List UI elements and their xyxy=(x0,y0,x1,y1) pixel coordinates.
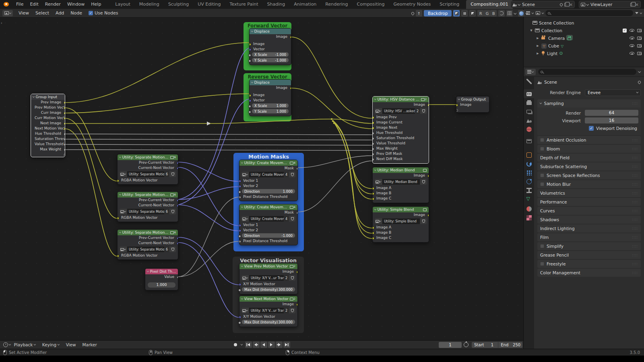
node-separate-motion-vector-2[interactable]: Utility: Separate Motion Vector 6 Prev-C… xyxy=(117,191,178,222)
output-socket[interactable] xyxy=(427,104,429,107)
collapsed-panel[interactable]: Motion Blur :::: xyxy=(537,180,641,188)
properties-tab[interactable] xyxy=(524,107,534,116)
input-socket[interactable] xyxy=(248,60,251,62)
timeline-menu-item[interactable]: View xyxy=(63,342,79,347)
panel-grip[interactable]: :::: xyxy=(632,183,638,186)
collapsed-panel[interactable]: Film :::: xyxy=(537,233,641,241)
render-samples-field[interactable]: 64 xyxy=(585,110,638,116)
output-socket[interactable] xyxy=(177,199,178,202)
output-socket[interactable] xyxy=(64,128,65,130)
hide-viewport-eye-icon[interactable] xyxy=(630,29,634,32)
node-displace-reverse[interactable]: Displace Image Image Vector X Scale1.000… xyxy=(249,79,291,116)
expander-icon[interactable] xyxy=(529,29,533,32)
backdrop-button[interactable]: Backdrop xyxy=(424,10,452,16)
properties-tab[interactable] xyxy=(524,168,534,177)
disable-render-camera-icon[interactable] xyxy=(637,29,642,32)
node-header[interactable]: Displace xyxy=(250,80,291,85)
workspace-tab[interactable]: Geometry Nodes xyxy=(389,0,435,9)
node-header[interactable]: Utility: Separate Motion Vector 6 xyxy=(118,154,178,160)
input-socket[interactable] xyxy=(248,111,251,113)
input-socket[interactable] xyxy=(373,192,374,195)
node-group-name[interactable]: Utility: X/Y V...ur Transform xyxy=(249,308,284,313)
channel-letter-button[interactable]: B xyxy=(490,10,497,16)
channel-color-alpha-button[interactable] xyxy=(453,10,460,16)
blender-logo-icon[interactable] xyxy=(3,2,10,7)
editor-type-button[interactable] xyxy=(2,10,13,16)
expander-icon[interactable] xyxy=(536,37,540,40)
input-socket[interactable] xyxy=(238,235,241,238)
close-icon[interactable]: × xyxy=(569,2,573,7)
input-socket[interactable] xyxy=(118,217,119,220)
duplicate-icon[interactable] xyxy=(564,3,568,6)
output-socket[interactable] xyxy=(177,242,178,245)
chevron-down-icon[interactable] xyxy=(514,12,517,14)
node-simple-blend[interactable]: Utility: Simple Blend Image Utility: Sim… xyxy=(372,206,429,243)
input-socket[interactable] xyxy=(373,187,374,190)
node-group-input[interactable]: Group Input Prev Image Prev Motion Vecto… xyxy=(31,94,65,157)
collapse-chevron-icon[interactable] xyxy=(251,30,253,32)
menu-item[interactable]: File xyxy=(13,0,27,9)
output-socket[interactable] xyxy=(64,143,65,146)
collapsed-panel[interactable]: Simplify :::: xyxy=(537,242,641,250)
user-count-button[interactable]: 2 xyxy=(284,275,289,281)
id-browse-button[interactable] xyxy=(242,172,249,177)
chevron-down-icon[interactable] xyxy=(541,12,543,14)
chevron-down-icon[interactable] xyxy=(640,12,642,14)
collapse-chevron-icon[interactable] xyxy=(241,206,243,208)
outliner-search-input[interactable] xyxy=(545,10,633,16)
direction-slider[interactable]: Direction-1.000 xyxy=(242,233,295,238)
input-socket[interactable] xyxy=(373,127,374,130)
outliner-row[interactable]: ▽ Light ▽ ⊙ ✓ xyxy=(524,49,644,57)
collapse-chevron-icon[interactable] xyxy=(374,98,376,100)
output-socket[interactable] xyxy=(177,167,178,170)
properties-tab[interactable] xyxy=(524,177,534,186)
timeline-menu-item[interactable]: Marker xyxy=(79,342,100,347)
hide-viewport-eye-icon[interactable] xyxy=(630,44,634,47)
selectability-checkbox[interactable]: ✓ xyxy=(623,29,627,33)
node-header[interactable]: Utility: Separate Motion Vector 6 xyxy=(118,192,178,197)
input-socket[interactable] xyxy=(250,48,251,51)
collapse-chevron-icon[interactable] xyxy=(241,162,243,164)
panel-grip[interactable]: :::: xyxy=(632,200,638,204)
properties-tab[interactable] xyxy=(524,159,534,168)
input-socket[interactable] xyxy=(239,229,241,232)
expander-icon[interactable] xyxy=(536,52,540,55)
properties-editor-type-button[interactable] xyxy=(525,69,536,75)
panel-grip[interactable]: :::: xyxy=(632,165,638,169)
collapsed-panel[interactable]: Volumetrics :::: xyxy=(537,189,641,197)
user-count-button[interactable]: 4 xyxy=(284,216,289,222)
output-socket[interactable] xyxy=(64,107,65,109)
direction-slider[interactable]: Direction1.000 xyxy=(242,189,295,193)
jump-to-start-button[interactable] xyxy=(245,341,252,348)
collapsed-panel[interactable]: Curves :::: xyxy=(537,207,641,215)
id-browse-button[interactable] xyxy=(120,171,127,177)
node-view-prev-motion-vector[interactable]: View Prev Motion Vector 2 Image Utility:… xyxy=(239,263,298,294)
node-median-blend[interactable]: Utility: Median Blend Image Utility: Med… xyxy=(372,167,429,203)
filter-funnel-icon[interactable] xyxy=(635,12,638,14)
node-header[interactable]: Group Input xyxy=(31,94,65,100)
collapsed-panel[interactable]: Ambient Occlusion :::: xyxy=(537,136,641,144)
fake-user-button[interactable] xyxy=(420,179,427,185)
panel-grip[interactable]: :::: xyxy=(632,227,638,230)
sampling-panel-header[interactable]: Sampling :::: xyxy=(537,99,641,107)
input-socket[interactable] xyxy=(239,316,241,319)
auto-keying-record-button[interactable] xyxy=(232,341,239,348)
keying-set-chevron[interactable] xyxy=(241,343,243,346)
timeline-editor-icon[interactable] xyxy=(3,342,8,347)
panel-grip[interactable]: :::: xyxy=(632,262,638,266)
input-socket[interactable] xyxy=(250,99,251,102)
menu-item[interactable]: View xyxy=(15,9,32,18)
node-header[interactable]: Pixel Dist Threshold xyxy=(145,269,178,274)
node-group-name[interactable]: Utility: Separate Motion Vec... xyxy=(127,171,164,177)
input-socket[interactable] xyxy=(118,179,119,182)
timeline-menu-item[interactable]: Playback xyxy=(11,342,39,347)
play-reverse-button[interactable] xyxy=(260,341,267,348)
input-socket[interactable] xyxy=(248,54,251,57)
input-socket[interactable] xyxy=(118,255,119,257)
properties-tab[interactable] xyxy=(524,136,534,145)
node-group-name[interactable]: Utility: Separate Motion Vec... xyxy=(127,247,164,252)
user-count-button[interactable]: 4 xyxy=(284,172,289,177)
panel-checkbox[interactable] xyxy=(540,138,544,142)
filter-chevron-icon[interactable] xyxy=(638,70,641,73)
collapse-chevron-icon[interactable] xyxy=(374,169,376,171)
